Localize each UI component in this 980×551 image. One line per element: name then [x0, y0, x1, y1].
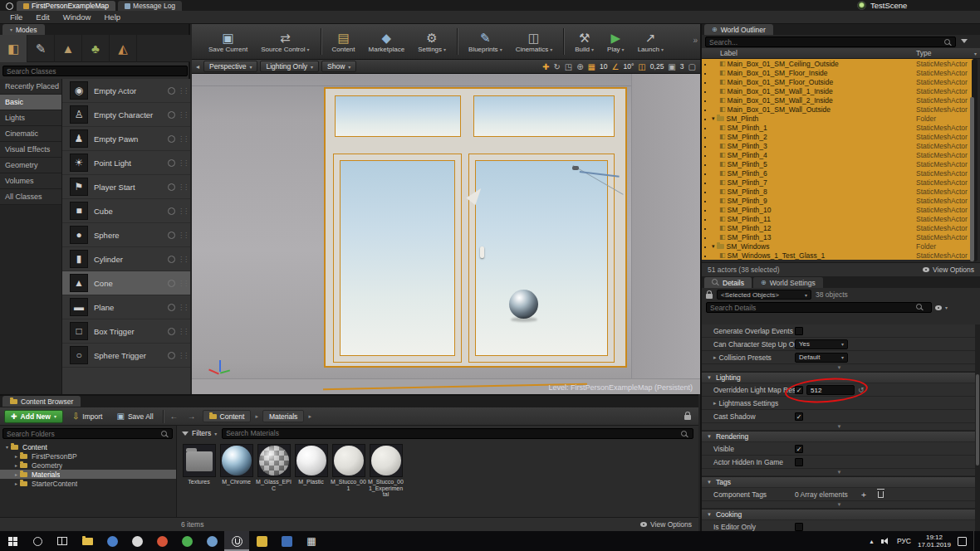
visibility-eye-icon[interactable]	[704, 144, 706, 148]
camera-speed-value[interactable]: 3	[680, 62, 684, 71]
camera-speed-icon[interactable]: ▣	[668, 62, 675, 71]
app-icon-7[interactable]	[274, 531, 299, 551]
visibility-eye-icon[interactable]	[704, 117, 706, 120]
visibility-eye-icon[interactable]	[704, 71, 706, 75]
outliner-row[interactable]: ◧SM_Plinth_8StaticMeshActor	[702, 187, 973, 196]
visibility-eye-icon[interactable]	[704, 172, 706, 175]
category-geometry[interactable]: Geometry	[0, 158, 61, 173]
menu-help[interactable]: Help	[97, 11, 127, 23]
visibility-eye-icon[interactable]	[704, 135, 706, 139]
column-type[interactable]: Type	[916, 49, 931, 57]
checkbox[interactable]: ✓	[795, 445, 803, 453]
visibility-eye-icon[interactable]	[704, 108, 706, 111]
modes-tab[interactable]: ▾ Modes	[2, 24, 45, 35]
selected-window-mesh[interactable]	[324, 87, 627, 368]
outliner-row[interactable]: ◧SM_Plinth_13StaticMeshActor	[702, 232, 973, 241]
viewport-3d-scene[interactable]: Level: FirstPersonExampleMap (Persistent…	[192, 74, 700, 394]
drag-grip-icon[interactable]: ⋮⋮	[178, 135, 188, 143]
world-local-toggle-icon[interactable]: ⊕	[576, 62, 583, 71]
search-classes-input[interactable]	[2, 66, 188, 76]
geometry-mode-tab[interactable]: ◭	[110, 35, 137, 62]
lock-icon[interactable]	[706, 294, 713, 299]
section-header-cooking[interactable]: ▼Cooking	[702, 509, 977, 520]
app-icon-3[interactable]	[149, 531, 174, 551]
section-header-lighting[interactable]: ▼Lighting	[702, 372, 977, 383]
category-visual-effects[interactable]: Visual Effects	[0, 142, 61, 158]
placeable-cone[interactable]: ▲Cone⋮⋮	[62, 271, 190, 295]
app-icon-6[interactable]	[249, 531, 274, 551]
asset-m-glass-epic[interactable]: M_Glass_EPIC	[256, 444, 292, 491]
drag-grip-icon[interactable]: ⋮⋮	[178, 87, 188, 95]
visibility-eye-icon[interactable]	[704, 62, 706, 66]
placeable-empty-pawn[interactable]: ♟Empty Pawn⋮⋮	[62, 127, 190, 151]
checkbox[interactable]: ✓	[795, 386, 803, 394]
place-mode-tab[interactable]: ◧	[0, 35, 27, 62]
checkbox[interactable]	[795, 458, 803, 466]
value-field-overridden-light-map-res[interactable]: 512	[806, 385, 855, 395]
asset-m-stucco-001[interactable]: M_Stucco_001	[331, 444, 366, 491]
app-icon-4[interactable]	[174, 531, 199, 551]
advanced-expander[interactable]: ▼	[702, 364, 977, 372]
app-icon-2[interactable]	[125, 531, 149, 551]
save-all-button[interactable]: ▣ Save All	[111, 410, 158, 423]
expander-arrow-icon[interactable]: ▸	[12, 462, 20, 468]
file-explorer-icon[interactable]	[75, 531, 100, 551]
category-all-classes[interactable]: All Classes	[0, 189, 61, 205]
add-new-button[interactable]: ✚ Add New ▾	[4, 410, 63, 423]
maximize-viewport-icon[interactable]: ▢	[688, 62, 696, 71]
rotation-snap-value[interactable]: 10°	[624, 62, 635, 71]
app-icon-5[interactable]	[199, 531, 224, 551]
app-icon-1[interactable]	[100, 531, 125, 551]
drag-grip-icon[interactable]: ⋮⋮	[178, 111, 188, 119]
outliner-search-input[interactable]	[705, 37, 956, 47]
placeable-sphere-trigger[interactable]: ○Sphere Trigger⋮⋮	[62, 344, 190, 368]
blueprints-button[interactable]: ✎Blueprints▾	[462, 29, 509, 55]
settings-button[interactable]: ⚙Settings▾	[411, 29, 453, 55]
visibility-eye-icon[interactable]	[704, 236, 706, 239]
placeable-player-start[interactable]: ⚑Player Start⋮⋮	[62, 175, 190, 199]
placeable-empty-character[interactable]: ♙Empty Character⋮⋮	[62, 103, 190, 127]
placeable-cylinder[interactable]: ▮Cylinder⋮⋮	[62, 247, 190, 271]
visibility-eye-icon[interactable]	[704, 99, 706, 102]
advanced-expander[interactable]: ▼	[702, 469, 977, 476]
outliner-row[interactable]: ◧Main_Box_01_SM_Wall_1_InsideStaticMeshA…	[702, 86, 973, 95]
visibility-eye-icon[interactable]	[704, 254, 706, 257]
folder-content[interactable]: ▾Content	[0, 442, 176, 451]
menu-file[interactable]: File	[3, 11, 29, 23]
move-tool-icon[interactable]: ✚	[542, 62, 549, 71]
content-browser-view-options[interactable]: View Options	[640, 520, 692, 529]
outliner-row[interactable]: ◧SM_Plinth_10StaticMeshActor	[702, 205, 973, 214]
lock-content-browser-icon[interactable]	[684, 415, 691, 420]
grid-snap-icon[interactable]: ▦	[588, 62, 595, 71]
placeable-empty-actor[interactable]: ◉Empty Actor⋮⋮	[62, 79, 190, 103]
expander-arrow-icon[interactable]: ▾	[3, 444, 11, 450]
chevron-down-icon[interactable]: ▾	[974, 51, 977, 56]
visibility-eye-icon[interactable]	[704, 217, 706, 221]
expander-arrow-icon[interactable]: ▸	[12, 471, 20, 477]
visibility-eye-icon[interactable]	[704, 126, 706, 129]
placeable-point-light[interactable]: ☀Point Light⋮⋮	[62, 151, 190, 175]
outliner-row[interactable]: ◧SM_Plinth_5StaticMeshActor	[702, 159, 973, 168]
chrome-sphere-mesh[interactable]	[509, 290, 538, 319]
clock[interactable]: 19:12 17.01.2019	[918, 534, 951, 549]
language-indicator[interactable]: РУС	[897, 537, 911, 545]
perspective-dropdown[interactable]: Perspective ▾	[203, 61, 257, 72]
visibility-eye-icon[interactable]	[704, 80, 706, 84]
folder-firstpersonbp[interactable]: ▸FirstPersonBP	[0, 451, 176, 461]
drag-grip-icon[interactable]: ⋮⋮	[178, 256, 188, 263]
unreal-logo-icon[interactable]	[2, 2, 17, 11]
outliner-filter-icon[interactable]	[961, 39, 968, 43]
outliner-row[interactable]: ◧Main_Box_01_SM_Wall_2_InsideStaticMeshA…	[702, 95, 973, 105]
marketplace-button[interactable]: ◆Marketplace	[362, 29, 412, 55]
dropdown-can-character-step-up-on[interactable]: Yes▾	[795, 339, 848, 349]
outliner-row[interactable]: ◧SM_Plinth_11StaticMeshActor	[702, 214, 973, 223]
drag-grip-icon[interactable]: ⋮⋮	[178, 159, 188, 167]
checkbox[interactable]: ✓	[795, 412, 803, 421]
visibility-eye-icon[interactable]	[704, 199, 706, 202]
breadcrumb-separator-icon[interactable]: ▸	[308, 413, 311, 420]
outliner-row[interactable]: ◧SM_Plinth_3StaticMeshActor	[702, 141, 973, 150]
landscape-mode-tab[interactable]: ▲	[55, 35, 82, 62]
expander-arrow-icon[interactable]: ▾	[712, 243, 715, 250]
placeable-plane[interactable]: ▬Plane⋮⋮	[62, 295, 190, 319]
rotation-snap-icon[interactable]: ∠	[612, 62, 620, 71]
